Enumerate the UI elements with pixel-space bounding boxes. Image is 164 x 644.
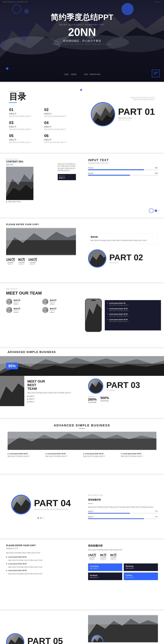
please-enter-label: PLEASE ENTER YOUR COPY xyxy=(6,223,76,226)
slide-part05: PART 05 请输入您的文字 添加标题内容 请输入您的文字内容请输入您的文字请… xyxy=(0,610,164,644)
plan-badge: PLANPPT xyxy=(153,72,158,75)
team-member-3: 姓名文字 职务文字 xyxy=(6,307,40,313)
meet-team-label: MEET OUR TEAM xyxy=(6,291,76,296)
add-content-title: 添加标题内容 xyxy=(88,544,158,548)
cover-year: 20NN xyxy=(0,27,164,38)
service-designed: Designed 请输入您的文字 xyxy=(88,572,122,580)
cover-title-cn: 简约季度总结PPT xyxy=(0,12,164,23)
svg-rect-41 xyxy=(88,616,158,624)
part05-label: PART 05 xyxy=(27,636,63,644)
contents-item-02: 02 标题文字 请输入您的文字内容请输入您的文字 xyxy=(44,107,75,117)
slide-advanced2: ADVANCED SIMPLE BUSINESS Lorem ipsum Dol… xyxy=(0,419,164,474)
content-label: CONTENT 50% xyxy=(6,160,55,163)
advanced2-col-1: Lorem ipsum Dolor Sit 01 请输入您的文字内容请输入您的文… xyxy=(8,453,43,458)
part04-label: PART 04 xyxy=(34,499,71,508)
meet-best-title: MEET OUR BEST TEAM xyxy=(27,380,71,391)
part03-label: PART 03 xyxy=(106,381,140,389)
contents-item-01: 01 标题文字 请输入您的文字内容请输入您的文字 xyxy=(9,107,40,117)
svg-rect-30 xyxy=(0,356,164,364)
team-member-2: 姓名文字 职务文字 xyxy=(42,298,76,305)
svg-marker-33 xyxy=(89,382,103,393)
top-bar-text: BRIEF MONTHLY SUMMARY PPT xyxy=(3,1,28,3)
slide-cover: BRIEF MONTHLY SUMMARY PPT 简约季度总结PPT BRIE… xyxy=(0,0,164,82)
team-member-1: 姓名文字 职务文字 xyxy=(6,298,40,305)
service-creative: Creative 请输入您的文字 xyxy=(124,572,158,580)
contents-item-03: 03 标题文字 请输入您的文字内容请输入您的文字 xyxy=(9,120,40,130)
svg-marker-37 xyxy=(12,500,30,514)
slide-please-enter: PLEASE ENTER YOUR COPY 150万 标题文字 90万 标题文… xyxy=(0,219,164,282)
input-text-label: INPUT TEXT xyxy=(88,158,158,162)
part01-label: PART 01 xyxy=(118,107,155,116)
svg-rect-11 xyxy=(6,167,33,182)
input-text-sublabel: PLEASE ENTER YOUR COPY xyxy=(88,162,158,164)
svg-marker-42 xyxy=(92,637,103,642)
contents-item-05: 05 标题文字 请输入您的文字内容请输入您的文字 xyxy=(9,134,40,144)
slide-contents: CONTENTS 目录 01 标题文字 请输入您的文字内容请输入您的文字 02 … xyxy=(0,83,164,153)
cover-tagline-en: ADHERE TO UNITY AND STABILITY, WORK TOGE… xyxy=(0,44,164,45)
svg-rect-36 xyxy=(8,432,156,438)
contents-item-04: 04 标题文字 请输入您的文字内容请输入您的文字 xyxy=(44,120,75,130)
svg-point-18 xyxy=(7,302,11,305)
svg-point-23 xyxy=(44,308,46,310)
svg-point-22 xyxy=(7,311,11,313)
slide-please-enter2: PLEASE ENTER YOUR COPY 添加您的文入文字 请输入您的文字内… xyxy=(0,540,164,609)
slide-content-input: ENTER YOUR CONTENT 50% 600k-500k xyxy=(0,154,164,218)
service-consulting: Consulting 请输入您的文字 xyxy=(88,564,122,571)
part02-label: PART 02 xyxy=(109,253,143,262)
advanced2-col-3: Lorem ipsum Dolor Sit 03 请输入您的文字内容请输入您的文… xyxy=(83,453,119,458)
svg-point-17 xyxy=(8,300,10,302)
svg-point-19 xyxy=(44,300,46,302)
advanced2-col-2: Lorem ipsum Dolor Sit 02 请输入您的文字内容请输入您的文… xyxy=(45,453,81,458)
cover-tagline-cn: 坚持团结稳定，齐心协力干事业 xyxy=(0,39,164,43)
slide-part04: PART 04 请输入您的文字内容请输入您的文字请输入您的文字内容 请输入您的文… xyxy=(0,475,164,538)
cover-author: 汇报人：某某某 xyxy=(64,73,76,76)
enter-your-label: ENTER YOUR xyxy=(6,158,55,160)
svg-point-21 xyxy=(8,308,10,310)
team-member-4: 姓名文字 职务文字 xyxy=(42,307,76,313)
advanced2-col-4: Lorem ipsum Dolor Sit 04 请输入您的文字内容请输入您的文… xyxy=(121,453,156,458)
advanced-label: ADVANCED SIMPLE BUSINESS xyxy=(8,350,56,354)
cover-date: 时间：20NN.Nn.NN xyxy=(84,73,100,76)
svg-point-24 xyxy=(43,311,47,313)
svg-marker-38 xyxy=(7,637,24,644)
advanced2-label: ADVANCED SIMPLE BUSINESS xyxy=(8,424,156,427)
contents-item-06: 06 标题文字 请输入您的文字内容请输入您的文字 xyxy=(44,134,75,144)
part02-list: Lorem ipsum Dolor Sit 请输入您的文字内容请输入您的文字 L… xyxy=(107,302,159,322)
cover-title-en: BRIEF QUARTERLY SUMMARY PPT xyxy=(0,24,164,26)
service-marketing: Marketing 请输入您的文字 xyxy=(124,564,158,571)
slide-advanced-part03: ADVANCED SIMPLE BUSINESS 85% xyxy=(0,348,164,418)
contents-title: 目录 xyxy=(9,92,75,101)
please-enter2-label: PLEASE ENTER YOUR COPY xyxy=(6,544,76,547)
slide-meet-team: 请输入您的文字 MEET OUR TEAM 姓名文字 职务文字 姓名 xyxy=(0,284,164,347)
svg-point-20 xyxy=(43,302,47,305)
svg-rect-14 xyxy=(6,229,76,240)
